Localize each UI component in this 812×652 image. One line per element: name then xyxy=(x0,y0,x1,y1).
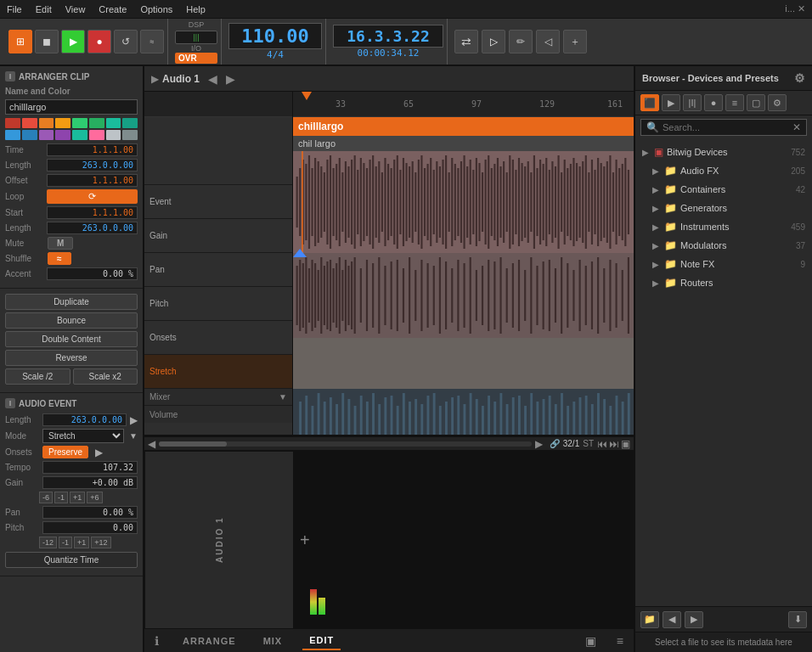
start-value[interactable]: 1.1.1.00 xyxy=(47,206,138,219)
stretch-handle[interactable] xyxy=(293,249,307,257)
color-swatch-6[interactable] xyxy=(106,118,121,128)
menu-item-file[interactable]: File xyxy=(7,4,22,14)
loop-button[interactable]: ⟳ xyxy=(47,189,138,204)
mute-button[interactable]: M xyxy=(48,237,73,250)
gain-neg6[interactable]: -6 xyxy=(39,492,53,503)
stop-button[interactable]: ◼ xyxy=(35,30,59,53)
scale-half-button[interactable]: Scale /2 xyxy=(5,368,70,385)
color-swatch-10[interactable] xyxy=(39,130,54,140)
record-button[interactable]: ● xyxy=(87,30,111,53)
clip-header-bar[interactable]: chilllargo xyxy=(293,117,634,136)
color-swatch-5[interactable] xyxy=(89,118,104,128)
tree-item-instruments[interactable]: ▶ 📁 Instruments 459 xyxy=(635,217,812,236)
tool-select[interactable]: ▷ xyxy=(482,30,505,53)
browser-add-btn[interactable]: ⬇ xyxy=(788,611,807,628)
timeline-prev-icon[interactable]: ⏮ xyxy=(597,438,607,450)
tree-item-routers[interactable]: ▶ 📁 Routers xyxy=(635,273,812,292)
scroll-right-icon[interactable]: ▶ xyxy=(535,438,543,450)
menu-item-view[interactable]: View xyxy=(65,4,86,14)
gain-value[interactable]: +0.00 dB xyxy=(42,476,138,489)
start-length-value[interactable]: 263.0.0.00 xyxy=(47,222,138,234)
tab-arrange[interactable]: ARRANGE xyxy=(176,632,243,649)
browser-samples-btn[interactable]: |I| xyxy=(683,94,702,111)
browser-search-input[interactable] xyxy=(663,122,792,132)
track-label-gain[interactable]: Gain xyxy=(144,219,292,253)
link-icon[interactable]: 🔗 xyxy=(550,439,560,448)
accent-value[interactable]: 0.00 % xyxy=(47,267,138,280)
track-nav-right[interactable]: ▶ xyxy=(226,72,235,86)
tree-item-notefx[interactable]: ▶ 📁 Note FX 9 xyxy=(635,255,812,273)
color-swatch-12[interactable] xyxy=(72,130,87,140)
color-swatch-15[interactable] xyxy=(122,130,138,140)
gain-plus6[interactable]: +6 xyxy=(87,492,102,503)
duplicate-button[interactable]: Duplicate xyxy=(5,294,138,310)
tool-erase[interactable]: ◁ xyxy=(536,30,560,53)
tree-item-bitwig-devices[interactable]: ▶ ▣ Bitwig Devices 752 xyxy=(635,143,812,161)
track-label-pitch[interactable]: Pitch xyxy=(144,287,292,321)
onsets-button[interactable]: Preserve xyxy=(42,446,88,458)
color-swatch-1[interactable] xyxy=(22,118,37,128)
tab-mix[interactable]: MIX xyxy=(257,632,290,649)
browser-pack-btn[interactable]: ▢ xyxy=(747,94,765,111)
pitch-neg12[interactable]: -12 xyxy=(39,537,57,548)
sync-icon[interactable]: ⇄ xyxy=(454,30,478,53)
color-swatch-14[interactable] xyxy=(106,130,121,140)
grid-button[interactable]: ⊞ xyxy=(8,30,32,53)
scroll-thumb[interactable] xyxy=(159,441,227,447)
browser-presets-btn[interactable]: ▶ xyxy=(662,94,680,111)
track-nav-left[interactable]: ◀ xyxy=(208,72,217,86)
pitch-plus1[interactable]: +1 xyxy=(74,537,89,548)
pitch-plus12[interactable]: +12 xyxy=(91,537,110,548)
double-content-button[interactable]: Double Content xyxy=(5,331,138,347)
tree-item-audiofx[interactable]: ▶ 📁 Audio FX 205 xyxy=(635,161,812,180)
timeline-scrollbar[interactable]: ◀ ▶ 🔗 32/1 ST ⏮ ⏭ ▣ xyxy=(144,436,634,450)
browser-devices-btn[interactable]: ⬛ xyxy=(640,94,659,111)
bounce-button[interactable]: Bounce xyxy=(5,312,138,329)
color-swatch-2[interactable] xyxy=(39,118,54,128)
browser-gear-icon[interactable]: ⚙ xyxy=(794,71,805,85)
add-track-button[interactable]: + xyxy=(300,531,310,550)
pitch-neg1[interactable]: -1 xyxy=(59,537,72,548)
mode-select[interactable]: Stretch Repitch xyxy=(42,429,124,443)
track-label-stretch[interactable]: Stretch xyxy=(144,355,292,389)
quantize-time-button[interactable]: Quantize Time xyxy=(5,552,138,568)
color-swatch-0[interactable] xyxy=(5,118,20,128)
tempo-value[interactable]: 107.32 xyxy=(42,461,138,474)
ae-length-value[interactable]: 263.0.0.00 xyxy=(42,413,127,426)
tree-item-containers[interactable]: ▶ 📁 Containers 42 xyxy=(635,180,812,199)
gain-neg1[interactable]: -1 xyxy=(54,492,68,503)
loop-button[interactable]: ↺ xyxy=(114,30,138,53)
offset-value[interactable]: 1.1.1.00 xyxy=(47,174,138,187)
tab-edit[interactable]: EDIT xyxy=(302,632,341,650)
color-swatch-3[interactable] xyxy=(55,118,70,128)
search-clear-icon[interactable]: ✕ xyxy=(792,121,801,133)
pan-value[interactable]: 0.00 % xyxy=(42,506,138,519)
position-display[interactable]: 16.3.3.22 xyxy=(333,25,443,48)
scroll-track[interactable] xyxy=(159,441,532,447)
menu-item-help[interactable]: Help xyxy=(186,4,206,14)
follow-button[interactable]: ≈ xyxy=(140,30,164,53)
color-swatch-11[interactable] xyxy=(55,130,70,140)
tree-item-modulators[interactable]: ▶ 📁 Modulators 37 xyxy=(635,236,812,255)
browser-next-btn[interactable]: ▶ xyxy=(685,611,703,628)
bpm-display[interactable]: 110.00 xyxy=(228,23,322,49)
color-swatch-13[interactable] xyxy=(89,130,104,140)
length-value[interactable]: 263.0.0.00 xyxy=(47,159,138,171)
color-swatch-9[interactable] xyxy=(22,130,37,140)
pitch-value[interactable]: 0.00 xyxy=(42,521,138,534)
scale-2-button[interactable]: Scale x2 xyxy=(73,368,138,385)
mixer-arrow[interactable]: ▼ xyxy=(279,392,287,402)
menu-item-options[interactable]: Options xyxy=(140,4,172,14)
reverse-button[interactable]: Reverse xyxy=(5,350,138,366)
scroll-left-icon[interactable]: ◀ xyxy=(148,438,155,450)
timeline-play-icon[interactable]: ⏭ xyxy=(609,438,619,450)
tree-item-generators[interactable]: ▶ 📁 Generators xyxy=(635,199,812,217)
ae-length-expand[interactable]: ▶ xyxy=(130,414,138,426)
color-swatch-4[interactable] xyxy=(72,118,87,128)
gain-plus1[interactable]: +1 xyxy=(70,492,85,503)
play-button[interactable]: ▶ xyxy=(61,30,85,53)
menu-item-edit[interactable]: Edit xyxy=(36,4,52,14)
timeline-end-icon[interactable]: ▣ xyxy=(621,438,630,450)
track-label-event[interactable]: Event xyxy=(144,185,292,219)
browser-multi-btn[interactable]: ● xyxy=(704,94,723,111)
